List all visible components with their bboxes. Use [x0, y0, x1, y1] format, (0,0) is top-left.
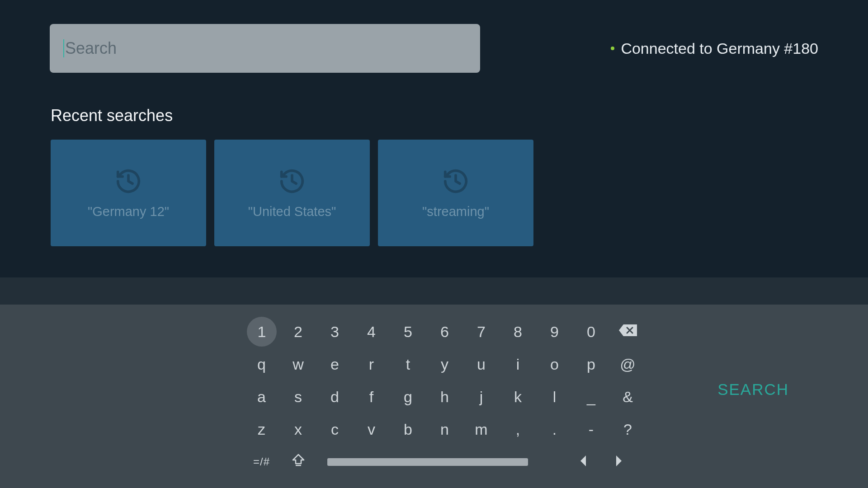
- key-hyphen[interactable]: -: [573, 419, 609, 439]
- history-icon: [277, 167, 307, 195]
- key-f[interactable]: f: [353, 387, 390, 407]
- key-q[interactable]: q: [243, 354, 280, 374]
- keyboard-row-4: z x c v b n m , . - ?: [243, 419, 868, 439]
- status-text: Connected to Germany #180: [621, 40, 818, 57]
- keyboard-row-1: 1 2 3 4 5 6 7 8 9 0: [243, 322, 868, 342]
- key-p[interactable]: p: [573, 354, 609, 374]
- key-period[interactable]: .: [536, 419, 573, 439]
- key-i[interactable]: i: [500, 354, 536, 374]
- key-x[interactable]: x: [280, 419, 316, 439]
- backspace-icon: [618, 323, 638, 341]
- key-symbols[interactable]: =/#: [243, 452, 280, 472]
- key-cursor-left[interactable]: [564, 452, 601, 472]
- key-s[interactable]: s: [280, 387, 316, 407]
- key-h[interactable]: h: [426, 387, 463, 407]
- caret-left-icon: [578, 453, 588, 471]
- recent-search-label: "Germany 12": [88, 204, 169, 219]
- key-cursor-right[interactable]: [601, 452, 637, 472]
- key-l[interactable]: l: [536, 387, 573, 407]
- content-area: Search Connected to Germany #180 Recent …: [0, 0, 868, 277]
- status-indicator-dot: [611, 47, 614, 50]
- key-3[interactable]: 3: [316, 322, 353, 342]
- key-4[interactable]: 4: [353, 322, 390, 342]
- key-y[interactable]: y: [426, 354, 463, 374]
- recent-search-card[interactable]: "Germany 12": [51, 140, 206, 246]
- key-7[interactable]: 7: [463, 322, 500, 342]
- key-o[interactable]: o: [536, 354, 573, 374]
- key-a[interactable]: a: [243, 387, 280, 407]
- key-g[interactable]: g: [390, 387, 426, 407]
- caret-right-icon: [614, 453, 624, 471]
- key-5[interactable]: 5: [390, 322, 426, 342]
- key-shift[interactable]: [280, 452, 316, 472]
- key-j[interactable]: j: [463, 387, 500, 407]
- key-k[interactable]: k: [500, 387, 536, 407]
- key-u[interactable]: u: [463, 354, 500, 374]
- shift-icon: [291, 453, 306, 471]
- key-n[interactable]: n: [426, 419, 463, 439]
- search-placeholder: Search: [65, 39, 117, 58]
- key-at[interactable]: @: [609, 354, 646, 374]
- history-icon: [113, 167, 144, 195]
- key-w[interactable]: w: [280, 354, 316, 374]
- key-0[interactable]: 0: [573, 322, 609, 342]
- key-b[interactable]: b: [390, 419, 426, 439]
- divider-strip: [0, 277, 868, 305]
- recent-search-label: "streaming": [422, 204, 489, 219]
- key-d[interactable]: d: [316, 387, 353, 407]
- recent-searches-list: "Germany 12" "United States" "streamin: [51, 140, 868, 246]
- recent-search-label: "United States": [248, 204, 336, 219]
- key-6[interactable]: 6: [426, 322, 463, 342]
- search-input[interactable]: Search: [50, 24, 480, 73]
- key-c[interactable]: c: [316, 419, 353, 439]
- key-v[interactable]: v: [353, 419, 390, 439]
- key-backspace[interactable]: [609, 322, 646, 342]
- keyboard-row-5: =/#: [243, 452, 868, 472]
- key-2[interactable]: 2: [280, 322, 316, 342]
- key-z[interactable]: z: [243, 419, 280, 439]
- key-m[interactable]: m: [463, 419, 500, 439]
- recent-search-card[interactable]: "United States": [214, 140, 370, 246]
- key-ampersand[interactable]: &: [609, 387, 646, 407]
- key-r[interactable]: r: [353, 354, 390, 374]
- key-underscore[interactable]: _: [573, 387, 609, 407]
- key-e[interactable]: e: [316, 354, 353, 374]
- keyboard-row-2: q w e r t y u i o p @: [243, 354, 868, 374]
- connection-status: Connected to Germany #180: [611, 40, 818, 57]
- key-comma[interactable]: ,: [500, 419, 536, 439]
- top-row: Search Connected to Germany #180: [0, 0, 868, 73]
- recent-searches-heading: Recent searches: [51, 106, 868, 125]
- key-question[interactable]: ?: [609, 419, 646, 439]
- key-t[interactable]: t: [390, 354, 426, 374]
- key-8[interactable]: 8: [500, 322, 536, 342]
- onscreen-keyboard: 1 2 3 4 5 6 7 8 9 0 q w e r: [0, 305, 868, 488]
- history-icon: [440, 167, 471, 195]
- keyboard-search-button[interactable]: SEARCH: [717, 380, 789, 399]
- recent-search-card[interactable]: "streaming": [378, 140, 533, 246]
- text-cursor: [63, 39, 64, 57]
- key-space[interactable]: [327, 458, 528, 466]
- key-1[interactable]: 1: [247, 317, 277, 347]
- key-9[interactable]: 9: [536, 322, 573, 342]
